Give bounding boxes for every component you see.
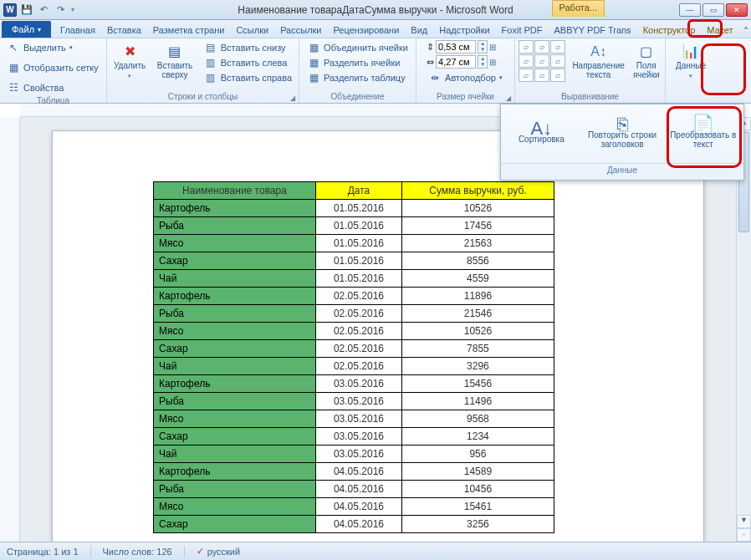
table-row[interactable]: Мясо04.05.201615461 [154,498,554,516]
align-bl-icon[interactable]: ▱ [519,69,534,82]
table-row[interactable]: Сахар04.05.20163256 [154,516,554,533]
repeat-headers-button[interactable]: ⎘Повторить строки заголовков [582,104,663,163]
table-row[interactable]: Чай02.05.20163296 [154,358,554,375]
cell-date[interactable]: 02.05.2016 [316,358,402,375]
table-row[interactable]: Картофель02.05.201611896 [154,288,554,305]
merge-cells-button[interactable]: ▦Объединить ячейки [305,40,410,55]
align-br-icon[interactable]: ▱ [550,69,565,82]
spinner[interactable]: ▲▼ [478,40,488,53]
align-mc-icon[interactable]: ▱ [534,54,549,68]
cell-date[interactable]: 02.05.2016 [316,340,402,358]
scroll-down-icon[interactable]: ▼ [737,515,751,528]
table-row[interactable]: Сахар02.05.20167855 [154,340,554,358]
page-status[interactable]: Страница: 1 из 1 [7,547,79,557]
align-bc-icon[interactable]: ▱ [534,69,549,82]
table-row[interactable]: Мясо01.05.201621563 [154,235,554,252]
cell-name[interactable]: Чай [154,270,316,288]
align-tc-icon[interactable]: ▱ [534,40,549,53]
spinner[interactable]: ▲▼ [478,55,488,69]
collapse-ribbon-icon[interactable]: ˄ [738,26,751,38]
table-row[interactable]: Мясо03.05.20169568 [154,410,554,428]
cell-date[interactable]: 01.05.2016 [316,217,402,235]
tab-pagelayout[interactable]: Разметка страни [147,23,231,38]
cell-sum[interactable]: 956 [401,445,554,463]
cell-sum[interactable]: 1234 [401,428,554,445]
cell-date[interactable]: 02.05.2016 [316,288,402,305]
close-button[interactable]: ✕ [726,3,748,17]
cell-name[interactable]: Рыба [154,481,316,498]
cell-sum[interactable]: 14589 [401,463,554,481]
table-row[interactable]: Картофель01.05.201610526 [154,200,554,217]
cell-date[interactable]: 02.05.2016 [316,323,402,340]
insert-left-button[interactable]: ▥Вставить слева [202,55,294,70]
align-tr-icon[interactable]: ▱ [550,40,565,53]
cell-date[interactable]: 04.05.2016 [316,516,402,533]
table-row[interactable]: Рыба03.05.201611496 [154,393,554,410]
undo-icon[interactable]: ↶ [37,3,50,17]
delete-button[interactable]: ✖Удалить▾ [112,40,147,82]
cell-sum[interactable]: 7855 [401,340,554,358]
tab-home[interactable]: Главная [54,23,101,38]
view-gridlines-button[interactable]: ▦Отобразить сетку [5,60,100,75]
cell-name[interactable]: Картофель [154,375,316,393]
cell-name[interactable]: Рыба [154,217,316,235]
cell-date[interactable]: 03.05.2016 [316,428,402,445]
vertical-scrollbar[interactable]: ▲ ▼ ◦ [736,117,751,542]
table-row[interactable]: Картофель04.05.201614589 [154,463,554,481]
cell-sum[interactable]: 21563 [401,235,554,252]
align-mr-icon[interactable]: ▱ [550,54,565,68]
table-row[interactable]: Чай03.05.2016956 [154,445,554,463]
word-count[interactable]: Число слов: 126 [103,547,172,557]
table-row[interactable]: Чай01.05.20164559 [154,270,554,288]
cell-sum[interactable]: 21546 [401,305,554,323]
cell-date[interactable]: 03.05.2016 [316,375,402,393]
tab-addins[interactable]: Надстройки [433,23,495,38]
tab-layout[interactable]: Макет [701,23,738,38]
cell-name[interactable]: Картофель [154,288,316,305]
cell-margins-button[interactable]: ▢Поля ячейки [631,40,662,81]
document-area[interactable]: Наименование товара Дата Сумма выручки, … [20,117,736,542]
cell-name[interactable]: Мясо [154,410,316,428]
cell-date[interactable]: 03.05.2016 [316,445,402,463]
insert-above-button[interactable]: ▤Вставить сверху [152,40,197,81]
dialog-launcher-icon[interactable]: ◢ [290,94,295,102]
cell-sum[interactable]: 17456 [401,217,554,235]
cell-date[interactable]: 04.05.2016 [316,481,402,498]
cell-date[interactable]: 04.05.2016 [316,498,402,516]
cell-name[interactable]: Мясо [154,235,316,252]
cell-date[interactable]: 01.05.2016 [316,200,402,217]
insert-below-button[interactable]: ▤Вставить снизу [202,40,294,55]
cell-name[interactable]: Рыба [154,393,316,410]
table-row[interactable]: Сахар03.05.20161234 [154,428,554,445]
cell-name[interactable]: Сахар [154,340,316,358]
cell-name[interactable]: Мясо [154,323,316,340]
cell-sum[interactable]: 10526 [401,323,554,340]
cell-date[interactable]: 01.05.2016 [316,252,402,270]
cell-name[interactable]: Мясо [154,498,316,516]
cell-date[interactable]: 02.05.2016 [316,305,402,323]
convert-to-text-button[interactable]: 📄Преобразовать в текст [662,104,743,163]
redo-icon[interactable]: ↷ [54,3,67,17]
cell-sum[interactable]: 9568 [401,410,554,428]
cell-sum[interactable]: 4559 [401,270,554,288]
cell-name[interactable]: Сахар [154,252,316,270]
cell-name[interactable]: Картофель [154,463,316,481]
insert-right-button[interactable]: ▥Вставить справа [202,70,294,85]
cell-date[interactable]: 04.05.2016 [316,463,402,481]
cell-name[interactable]: Чай [154,358,316,375]
cell-date[interactable]: 03.05.2016 [316,410,402,428]
split-cells-button[interactable]: ▦Разделить ячейки [305,55,410,70]
cell-name[interactable]: Сахар [154,516,316,533]
row-height-input[interactable] [436,40,476,53]
tab-view[interactable]: Вид [405,23,433,38]
cell-name[interactable]: Чай [154,445,316,463]
minimize-button[interactable]: — [679,3,701,17]
select-button[interactable]: ↖Выделить▾ [5,40,74,55]
cell-name[interactable]: Рыба [154,305,316,323]
cell-name[interactable]: Сахар [154,428,316,445]
align-ml-icon[interactable]: ▱ [519,54,534,68]
tab-mailings[interactable]: Рассылки [274,23,327,38]
col-width-input[interactable] [436,55,476,69]
qat-dropdown-icon[interactable]: ▾ [70,6,75,13]
dialog-launcher-icon[interactable]: ◢ [506,94,511,102]
